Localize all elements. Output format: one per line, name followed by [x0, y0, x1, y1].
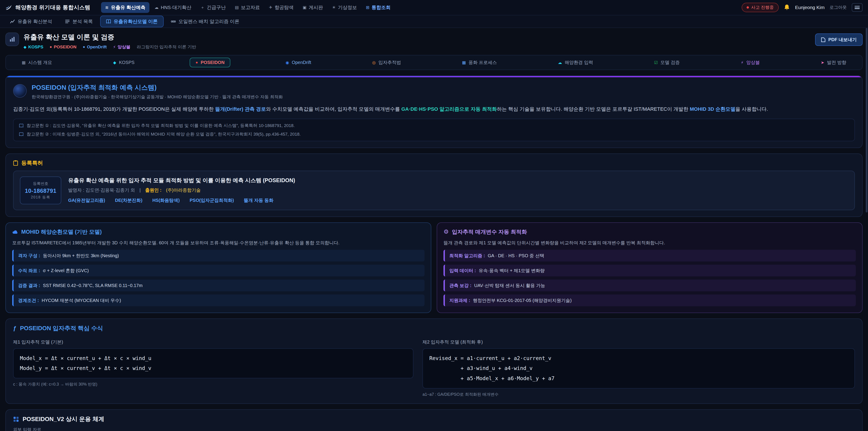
tag-ensemble: ⚡ 앙상블 — [113, 44, 130, 50]
aerial-search-icon: ✈ — [269, 5, 272, 10]
patent-title: 유출유 확산 예측을 위한 입자 추적 모듈 최적화 방법 및 이를 이용한 예… — [68, 177, 295, 184]
desc-text: 하는 핵심 기술을 보유합니다. 해양순환 기반 모델은 포르투갈 IST/MA… — [497, 106, 690, 112]
logout-button[interactable]: 로그아웃 — [830, 4, 847, 10]
code-line: + a5·Model_x + a6·Model_y + a7 — [429, 373, 848, 383]
model1-column: 제1 입자추적 모델 (기본) Model_x = Δt × current_u… — [13, 335, 413, 397]
nav-item-weather[interactable]: ☀ 기상정보 — [328, 2, 361, 13]
hamburger-icon — [855, 6, 860, 9]
nav-label: 통합조회 — [372, 4, 391, 11]
section-tab-opendrift[interactable]: ◉ OpenDrift — [280, 58, 317, 67]
spec-label: 관측 보강 : — [450, 282, 471, 288]
tag-pso-link[interactable]: PSO(입자군집최적화) — [190, 197, 234, 204]
tab-model-theory[interactable]: 유출유확산모델 이론 — [100, 16, 164, 27]
meta-divider: | — [140, 188, 141, 193]
model-theory-book-icon — [106, 19, 111, 24]
nav-item-rescue[interactable]: ＋ 긴급구난 — [196, 2, 230, 13]
tag-de-link[interactable]: DE(차분진화) — [115, 197, 143, 204]
model1-note: c : 풍속 가중치 (예: c=0.3 → 바람의 30% 반영) — [13, 381, 413, 387]
poseidon-intro-card: POSEIDON (입자추적 최적화 예측 시스템) 한국해양환경연구원 · (… — [5, 75, 863, 148]
page-icon — [5, 33, 19, 46]
chart-doc-icon — [9, 36, 16, 42]
section-tab-poseidon[interactable]: ● POSEIDON — [190, 58, 230, 67]
pdf-export-label: PDF 내보내기 — [828, 37, 857, 43]
desc-highlight-mohid: MOHID 3D 순환모델 — [690, 106, 735, 112]
tag-drifter-link[interactable]: 뜰개 자동 동화 — [244, 197, 274, 204]
spec-value: GA · DE · HS · PSO 중 선택 — [488, 252, 544, 259]
incident-status-badge[interactable]: 사고 진행중 — [742, 3, 779, 12]
hamburger-menu-button[interactable] — [852, 3, 863, 12]
section-tab-future[interactable]: ➤ 발전 방향 — [815, 57, 852, 68]
code-line: Model_x = Δt × current_u + Δt × c × wind… — [20, 353, 407, 363]
weather-icon: ☀ — [332, 5, 336, 10]
book-icon — [19, 123, 24, 128]
applicant-label: 출원인 : — [145, 187, 161, 193]
operation-title: POSEIDON_V2 상시 운용 체계 — [23, 415, 104, 423]
analysis-list-icon — [65, 19, 70, 24]
section-tab-ensemble[interactable]: ⚡ 앙상블 — [735, 57, 766, 68]
nav-item-integrated[interactable]: ⊞ 통합조회 — [362, 2, 395, 13]
diamond-icon: ◆ — [113, 60, 116, 65]
section-tab-bar: ▦ 시스템 개요 ◆ KOSPS ● POSEIDON ◉ OpenDrift … — [5, 55, 863, 70]
patent-section-header: 등록특허 — [6, 154, 862, 171]
spec-label: 최적화 알고리즘 : — [450, 252, 485, 259]
section-tab-label: POSEIDON — [201, 60, 225, 65]
bolt-icon: ⚡ — [741, 60, 744, 65]
section-tab-ocean-input[interactable]: ☁ 해양환경 입력 — [552, 57, 599, 68]
tab-spread-analysis[interactable]: 유출유 확산분석 — [4, 16, 58, 27]
section-tab-kosps[interactable]: ◆ KOSPS — [107, 58, 141, 67]
spec-value: σ + Z-level 혼합 (GVC) — [43, 267, 89, 274]
patent-card: 등록특허 등록번호 10-1868791 2018 등록 유출유 확산 예측을 … — [5, 153, 863, 217]
nav-item-hns[interactable]: ☁ HNS·대기확산 — [150, 2, 195, 13]
scrollbar-thumb[interactable] — [866, 28, 868, 212]
applicant-name: (주)아라종합기술 — [166, 187, 200, 193]
nav-label: HNS·대기확산 — [161, 4, 191, 11]
tab-oil-boom-theory[interactable]: 오일펜스 배치 알고리즘 이론 — [165, 16, 245, 27]
report-icon: ▤ — [235, 5, 239, 10]
spec-row: 최적화 알고리즘 : GA · DE · HS · PSO 중 선택 — [443, 250, 856, 261]
reference-text: 참고문헌 ① : 김도연·김용묵, “유출유 확산 예측을 위한 입자 추적 모… — [27, 123, 295, 129]
nav-item-board[interactable]: ▣ 게시판 — [299, 2, 327, 13]
tag-poseidon: ● POSEIDON — [50, 44, 76, 50]
spec-row: 경계조건 : HYCOM 재분석 (MYOCEAN 대비 우수) — [12, 295, 425, 306]
tag-opendrift: ● OpenDrift — [83, 44, 107, 50]
poseidon-description: 김종기·김도연 외(등록특허 10-1868791, 2018)가 개발한 PO… — [13, 105, 855, 114]
notification-bell-icon[interactable] — [784, 4, 790, 11]
nav-label: 게시판 — [309, 4, 323, 11]
tag-ga-link[interactable]: GA(유전알고리즘) — [68, 197, 105, 204]
integrated-search-icon: ⊞ — [366, 5, 369, 10]
reference-box: 참고문헌 ① : 김도연·김용묵, “유출유 확산 예측을 위한 입자 추적 모… — [13, 119, 855, 141]
spec-row: 입력 데이터 : 유속·풍속 벡터 + 제1모델 변화량 — [443, 265, 856, 276]
spec-row: 지원과제 : 행정안전부 KCG-01-2017-05 (해양경비지원기술) — [443, 295, 856, 306]
nav-item-report[interactable]: ▤ 보고자료 — [231, 2, 264, 13]
nav-label: 보고자료 — [241, 4, 260, 11]
page-header: 유출유 확산 모델 이론 및 검증 ◆ KOSPS ● POSEIDON ● O… — [5, 33, 863, 50]
wing-logo-icon — [5, 4, 12, 10]
oil-boom-icon — [171, 19, 176, 24]
section-tab-particle-tracking[interactable]: ◎ 입자추적법 — [366, 57, 407, 68]
section-tab-validation[interactable]: ☑ 모델 검증 — [648, 57, 686, 68]
tab-label: 유출유확산모델 이론 — [114, 18, 158, 25]
sub-tab-bar: 유출유 확산분석 분석 목록 유출유확산모델 이론 오일펜스 배치 알고리즘 이… — [0, 16, 868, 28]
section-tab-label: 시스템 개요 — [28, 59, 52, 65]
patent-info: 유출유 확산 예측을 위한 입자 추적 모듈 최적화 방법 및 이를 이용한 예… — [68, 177, 295, 204]
model1-label: 제1 입자추적 모델 (기본) — [13, 339, 413, 345]
spec-label: 검증 결과 : — [18, 282, 40, 288]
model1-code-block: Model_x = Δt × current_u + Δt × c × wind… — [13, 348, 413, 378]
formula-card: ƒ POSEIDON 입자추적 핵심 수식 제1 입자추적 모델 (기본) Mo… — [5, 318, 863, 404]
dot-icon: ● — [50, 45, 52, 49]
spread-analysis-icon — [10, 19, 15, 24]
brand[interactable]: 해양환경 위기대응 통합시스템 — [5, 4, 90, 11]
tag-hs-link[interactable]: HS(화음탐색) — [152, 197, 180, 204]
tab-analysis-list[interactable]: 분석 목록 — [59, 16, 98, 27]
nav-item-aerial[interactable]: ✈ 항공탐색 — [265, 2, 298, 13]
registration-number: 10-1868791 — [25, 188, 56, 194]
section-tab-overview[interactable]: ▦ 시스템 개요 — [16, 57, 58, 68]
page-title-block: 유출유 확산 모델 이론 및 검증 ◆ KOSPS ● POSEIDON ● O… — [24, 33, 196, 50]
nav-item-oil-spread[interactable]: ≋ 유출유 확산예측 — [101, 2, 149, 13]
system-title: 해양환경 위기대응 통합시스템 — [16, 4, 90, 11]
section-tab-weathering[interactable]: ▦ 풍화 프로세스 — [456, 57, 503, 68]
pdf-export-button[interactable]: PDF 내보내기 — [815, 33, 863, 46]
grid-icon: ▦ — [462, 60, 466, 65]
check-icon: ☑ — [654, 60, 657, 65]
model-cards-row: MOHID 해양순환모델 (기반 모델) 포르투갈 IST/MARETEC에서 … — [5, 222, 863, 313]
